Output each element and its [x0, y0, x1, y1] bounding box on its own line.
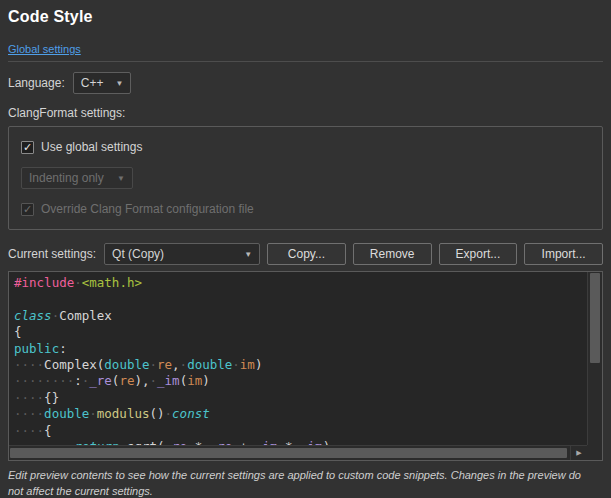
override-config-row: ✓ Override Clang Format configuration fi…	[21, 202, 590, 216]
scrollbar-corner	[587, 445, 602, 460]
horizontal-scrollbar-thumb[interactable]	[10, 448, 567, 458]
footer-note: Edit preview contents to see how the cur…	[8, 468, 603, 498]
chevron-down-icon: ▼	[115, 79, 123, 88]
import-button[interactable]: Import...	[524, 243, 603, 265]
override-config-checkbox: ✓	[21, 203, 34, 216]
remove-button[interactable]: Remove	[353, 243, 432, 265]
language-label: Language:	[8, 76, 65, 90]
code-style-settings-page: Code Style Global settings Language: C++…	[0, 0, 611, 498]
vertical-scrollbar-thumb[interactable]	[590, 273, 600, 363]
global-settings-link[interactable]: Global settings	[8, 43, 81, 55]
use-global-settings-label: Use global settings	[41, 140, 142, 154]
language-row: Language: C++ ▼	[8, 72, 603, 94]
chevron-down-icon: ▼	[117, 174, 125, 183]
language-select-value: C++	[81, 76, 104, 90]
use-global-settings-checkbox[interactable]: ✓	[21, 141, 34, 154]
scroll-right-arrow-icon[interactable]: ▶	[570, 446, 587, 460]
current-settings-row: Current settings: Qt (Copy) ▼ Copy... Re…	[8, 243, 603, 265]
checkmark-icon: ✓	[23, 141, 32, 152]
vertical-scrollbar[interactable]	[587, 272, 602, 445]
export-button[interactable]: Export...	[439, 243, 518, 265]
current-settings-value: Qt (Copy)	[112, 247, 164, 261]
page-title: Code Style	[8, 8, 603, 26]
clangformat-settings-label: ClangFormat settings:	[8, 106, 603, 120]
current-settings-select[interactable]: Qt (Copy) ▼	[104, 243, 260, 265]
code-area[interactable]: #include·<math.h> class·Complex{public:·…	[9, 272, 587, 445]
horizontal-scrollbar[interactable]: ▶	[9, 445, 587, 460]
clangformat-groupbox: ✓ Use global settings Indenting only ▼ ✓…	[8, 126, 603, 230]
code-preview-editor[interactable]: #include·<math.h> class·Complex{public:·…	[8, 271, 603, 461]
formatting-mode-value: Indenting only	[29, 171, 104, 185]
checkmark-icon: ✓	[23, 203, 32, 214]
language-select[interactable]: C++ ▼	[73, 72, 132, 94]
copy-button[interactable]: Copy...	[267, 243, 346, 265]
current-settings-label: Current settings:	[8, 247, 96, 261]
formatting-mode-select: Indenting only ▼	[21, 167, 133, 189]
use-global-settings-row[interactable]: ✓ Use global settings	[21, 140, 590, 154]
override-config-label: Override Clang Format configuration file	[41, 202, 254, 216]
chevron-down-icon: ▼	[244, 250, 252, 259]
divider	[8, 61, 603, 62]
